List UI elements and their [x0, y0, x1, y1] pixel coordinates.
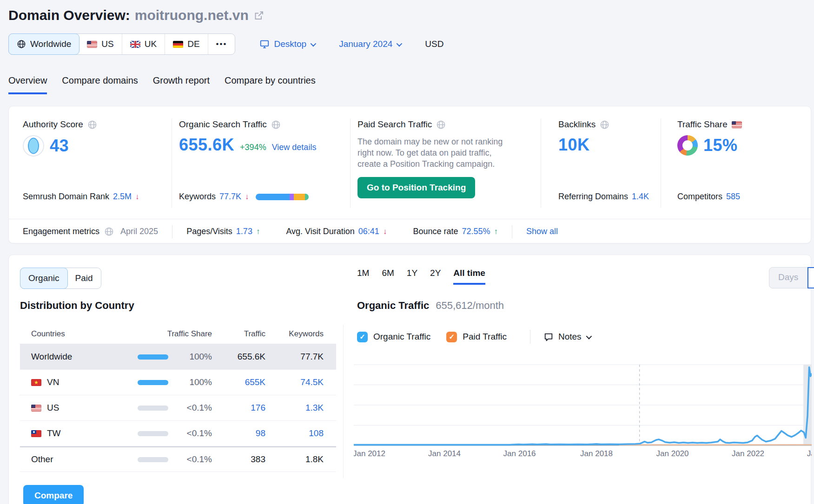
- competitors-footer: Competitors 585: [677, 192, 740, 202]
- traffic-share-value: 15%: [703, 136, 738, 155]
- date-selector[interactable]: January 2024: [339, 39, 401, 49]
- metrics-summary-card: Authority Score 43 Organic Search Traffi…: [8, 106, 811, 243]
- globe-icon: [17, 39, 26, 49]
- traffic-share-label: Traffic Share: [677, 119, 728, 130]
- x-axis-label: Jan 2012: [354, 449, 385, 458]
- donut-chart-icon: [677, 135, 698, 156]
- tw-flag-icon: [31, 430, 41, 437]
- organic-traffic-checkbox[interactable]: ✓: [357, 332, 368, 342]
- device-label: Desktop: [274, 39, 306, 49]
- traffic-value-link[interactable]: 98: [212, 428, 265, 439]
- country-name: VN: [47, 377, 59, 387]
- more-regions-button[interactable]: •••: [208, 34, 235, 54]
- tab-growth-report[interactable]: Growth report: [153, 75, 210, 94]
- page-title: Domain Overview: moitruong.net.vn: [8, 7, 265, 23]
- down-arrow-icon: ↓: [383, 227, 387, 236]
- view-details-link[interactable]: View details: [272, 143, 317, 155]
- tab-compare-by-countries[interactable]: Compare by countries: [225, 75, 316, 94]
- table-row-us[interactable]: US <0.1% 176 1.3K: [20, 395, 336, 421]
- organic-paid-toggle: Organic Paid: [20, 268, 101, 289]
- organic-traffic-chart: [354, 364, 812, 446]
- range-2y[interactable]: 2Y: [430, 268, 441, 285]
- unit-days-button[interactable]: Days: [769, 267, 807, 288]
- share-value: <0.1%: [187, 428, 212, 439]
- paid-toggle-button[interactable]: Paid: [67, 268, 101, 288]
- competitors-value[interactable]: 585: [726, 192, 740, 202]
- traffic-overview-card: Organic Paid Distribution by Country Cou…: [8, 255, 811, 504]
- traffic-value: 383: [212, 454, 265, 465]
- traffic-share-bar: [138, 354, 168, 360]
- compare-button[interactable]: Compare: [23, 485, 84, 504]
- x-axis-label: Jan 2020: [656, 449, 689, 458]
- organic-search-traffic-metric: Organic Search Traffic 655.6K +394% View…: [179, 119, 316, 155]
- device-selector[interactable]: Desktop: [259, 39, 315, 49]
- globe-icon: [436, 120, 446, 130]
- table-header-row: Countries Traffic Share Traffic Keywords: [20, 324, 336, 344]
- country-name: Other: [31, 454, 53, 465]
- show-all-link[interactable]: Show all: [526, 227, 558, 236]
- keywords-count-value[interactable]: 77.7K: [219, 192, 241, 202]
- go-to-position-tracking-button[interactable]: Go to Position Tracking: [357, 177, 475, 198]
- external-link-icon[interactable]: [253, 10, 265, 21]
- region-uk-button[interactable]: UK: [122, 34, 165, 54]
- us-flag-icon: [732, 121, 742, 128]
- tab-overview[interactable]: Overview: [8, 75, 47, 94]
- organic-traffic-label: Organic Search Traffic: [179, 119, 267, 130]
- authority-score-value: 43: [50, 136, 69, 156]
- tab-compare-domains[interactable]: Compare domains: [62, 75, 138, 94]
- share-value: 100%: [189, 352, 212, 362]
- x-axis-label: Jan 2016: [503, 449, 536, 458]
- organic-toggle-button[interactable]: Organic: [20, 268, 68, 289]
- divider: [541, 118, 541, 208]
- range-all-time[interactable]: All time: [453, 268, 485, 285]
- traffic-value-link[interactable]: 176: [212, 403, 265, 413]
- organic-traffic-change: +394%: [240, 143, 266, 155]
- x-axis-label: Jan 2018: [580, 449, 613, 458]
- distribution-by-country-heading: Distribution by Country: [20, 300, 134, 312]
- paid-traffic-checkbox[interactable]: ✓: [446, 332, 457, 342]
- vn-flag-icon: [31, 379, 41, 386]
- us-flag-icon: [31, 405, 41, 412]
- domain-rank-value[interactable]: 2.5M: [113, 192, 132, 202]
- domain-name: moitruong.net.vn: [135, 7, 249, 23]
- main-nav-tabs: Overview Compare domains Growth report C…: [8, 75, 316, 94]
- traffic-value-link[interactable]: 655K: [212, 377, 265, 387]
- country-name: Worldwide: [31, 352, 72, 362]
- region-de-button[interactable]: DE: [165, 34, 208, 54]
- time-unit-toggle: Days M: [769, 267, 814, 288]
- avg-visit-duration: Avg. Visit Duration 06:41 ↓: [286, 227, 387, 236]
- keywords-value-link[interactable]: 108: [265, 428, 324, 439]
- currency-label: USD: [425, 39, 443, 49]
- keywords-value-link[interactable]: 74.5K: [265, 377, 324, 387]
- chevron-down-icon: [311, 40, 317, 46]
- de-flag-icon: [173, 41, 183, 48]
- range-6m[interactable]: 6M: [382, 268, 394, 285]
- table-row-worldwide[interactable]: Worldwide 100% 655.6K 77.7K: [20, 344, 336, 370]
- col-countries: Countries: [20, 329, 138, 339]
- table-row-other[interactable]: Other <0.1% 383 1.8K: [20, 446, 336, 472]
- organic-traffic-title: Organic Traffic 655,612/month: [357, 300, 504, 312]
- chevron-down-icon: [586, 333, 592, 339]
- backlinks-label: Backlinks: [558, 119, 596, 130]
- unit-months-button[interactable]: M: [807, 267, 814, 288]
- range-1m[interactable]: 1M: [357, 268, 369, 285]
- range-1y[interactable]: 1Y: [407, 268, 417, 285]
- keywords-value-link[interactable]: 1.3K: [265, 403, 324, 413]
- x-axis-label: Jan 2014: [428, 449, 461, 458]
- table-row-vn[interactable]: VN 100% 655K 74.5K: [20, 370, 336, 395]
- organic-traffic-value: 655.6K: [179, 135, 234, 155]
- notes-control[interactable]: Notes: [543, 332, 590, 342]
- table-row-tw[interactable]: TW <0.1% 98 108: [20, 421, 336, 446]
- region-us-button[interactable]: US: [79, 34, 122, 54]
- down-arrow-icon: ↓: [245, 192, 249, 202]
- region-worldwide-button[interactable]: Worldwide: [8, 33, 79, 55]
- divider: [530, 330, 530, 344]
- referring-domains-value[interactable]: 1.4K: [632, 192, 649, 202]
- ellipsis-icon: •••: [216, 39, 227, 49]
- globe-icon: [87, 120, 97, 130]
- uk-flag-icon: [130, 41, 140, 48]
- keywords-footer: Keywords 77.7K ↓: [179, 192, 309, 202]
- engagement-metrics-bar: Engagement metrics April 2025 Pages/Visi…: [9, 219, 811, 244]
- divider: [350, 118, 351, 208]
- keywords-value: 77.7K: [265, 352, 324, 362]
